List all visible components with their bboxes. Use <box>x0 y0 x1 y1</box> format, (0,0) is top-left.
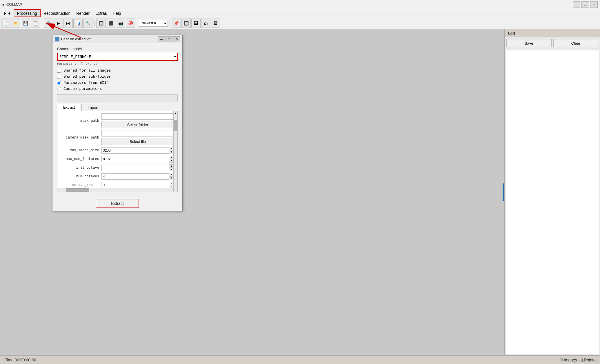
first-octave-spinbox: ▲ ▼ <box>101 164 174 171</box>
log-toolbar: Save Clear <box>505 37 600 49</box>
shared-all-option[interactable]: Shared for all images <box>57 68 178 73</box>
extract-button[interactable]: Extract <box>96 199 139 208</box>
menu-file[interactable]: File <box>1 9 14 17</box>
toolbar-save[interactable]: 💾 <box>21 19 30 28</box>
toolbar-folder2[interactable]: 🗂 <box>201 19 210 28</box>
dialog-title-bar: Feature extraction — □ ✕ <box>52 35 182 43</box>
toolbar-open[interactable]: 📂 <box>11 19 20 28</box>
max-image-size-up[interactable]: ▲ <box>169 147 174 150</box>
toolbar-new[interactable]: 📄 <box>1 19 10 28</box>
toolbar-import[interactable]: 📋 <box>31 19 40 28</box>
max-num-features-row: max_num_features ▲ ▼ <box>59 156 176 163</box>
menu-help[interactable]: Help <box>110 9 124 17</box>
first-octave-controls: ▲ ▼ <box>101 164 174 171</box>
toolbar-align[interactable]: 📌 <box>172 19 181 28</box>
menu-bar: File Processing Reconstruction Render Ex… <box>0 9 600 17</box>
toolbar-next[interactable]: ⏭ <box>63 19 73 28</box>
tab-extract-content: mask_path Select folder camera_mask_path <box>57 111 178 192</box>
status-bar: Time 00:00:00:00 0 Images - 0 Points CSD… <box>0 355 600 364</box>
maximize-button[interactable]: □ <box>581 1 589 8</box>
shared-sub-checkbox[interactable] <box>57 75 61 79</box>
toolbar-tool[interactable]: 🔧 <box>83 19 92 28</box>
dialog-minimize[interactable]: — <box>158 36 165 42</box>
max-num-features-up[interactable]: ▲ <box>169 156 174 159</box>
octave-resolution-down[interactable]: ▼ <box>169 185 174 188</box>
log-save-button[interactable]: Save <box>506 39 552 47</box>
max-num-features-input[interactable] <box>101 156 169 162</box>
custom-params-option[interactable]: Custom parameters <box>57 87 178 91</box>
shared-all-label: Shared for all images <box>63 68 111 73</box>
log-header: Log <box>505 29 600 37</box>
mask-path-controls: Select folder <box>101 113 174 128</box>
dialog-body: Camera model SIMPLE_PINHOLE PINHOLE SIMP… <box>52 43 182 196</box>
close-button[interactable]: ✕ <box>590 1 598 8</box>
minimize-button[interactable]: — <box>573 1 580 8</box>
select-folder-button[interactable]: Select folder <box>101 121 174 128</box>
scroll-up-arrow[interactable]: ▲ <box>174 111 177 115</box>
num-octaves-label: num_octaves <box>61 174 101 179</box>
params-exif-label: Parameters from EXIF <box>63 81 109 85</box>
custom-params-input[interactable] <box>57 94 178 101</box>
first-octave-up[interactable]: ▲ <box>169 165 174 168</box>
toolbar-save2[interactable]: 🖫 <box>211 19 220 28</box>
params-exif-radio[interactable] <box>57 81 61 85</box>
toolbar-chart[interactable]: 📊 <box>73 19 83 28</box>
menu-processing[interactable]: Processing <box>14 9 41 17</box>
left-panel: Feature extraction — □ ✕ Camera model SI… <box>0 29 504 355</box>
toolbar-separator-2 <box>94 20 94 27</box>
toolbar-view1[interactable]: 🔲 <box>96 19 106 28</box>
toolbar-play[interactable]: ▶ <box>54 19 63 28</box>
scroll-thumb[interactable] <box>174 120 177 131</box>
num-octaves-input[interactable] <box>101 173 169 180</box>
octave-resolution-input[interactable] <box>101 182 169 188</box>
num-octaves-up[interactable]: ▲ <box>169 173 174 176</box>
shared-sub-label: Shared per sub-folder <box>63 74 111 79</box>
status-points: 0 Images - 0 Points <box>300 358 595 362</box>
toolbar-settings[interactable]: ⚙️ <box>44 19 53 28</box>
shared-sub-option[interactable]: Shared per sub-folder <box>57 74 178 79</box>
max-num-features-down[interactable]: ▼ <box>169 159 174 162</box>
max-num-features-label: max_num_features <box>61 157 101 161</box>
tab-extract[interactable]: Extract <box>57 104 81 111</box>
toolbar-view2[interactable]: ⬛ <box>106 19 115 28</box>
params-text: Parameters: f, cx, cy <box>57 62 178 65</box>
log-clear-button[interactable]: Clear <box>553 39 599 47</box>
max-image-size-down[interactable]: ▼ <box>169 150 174 154</box>
form-scroll-area[interactable]: mask_path Select folder camera_mask_path <box>57 111 177 188</box>
dialog-icon <box>55 37 59 41</box>
num-octaves-down[interactable]: ▼ <box>169 176 174 180</box>
shared-all-checkbox[interactable] <box>57 69 61 73</box>
octave-resolution-up[interactable]: ▲ <box>169 182 174 185</box>
first-octave-down[interactable]: ▼ <box>169 168 174 171</box>
custom-params-radio[interactable] <box>57 87 61 91</box>
horizontal-scrollbar[interactable] <box>57 188 173 192</box>
toolbar-camera[interactable]: 📷 <box>116 19 125 28</box>
tab-import[interactable]: Import <box>81 104 104 111</box>
camera-model-select[interactable]: SIMPLE_PINHOLE PINHOLE SIMPLE_RADIAL RAD… <box>57 53 178 61</box>
feature-extraction-dialog: Feature extraction — □ ✕ Camera model SI… <box>52 35 183 211</box>
max-image-size-controls: ▲ ▼ <box>101 147 174 154</box>
dialog-maximize[interactable]: □ <box>166 36 172 42</box>
select-file-button[interactable]: Select file <box>101 138 174 145</box>
scroll-h-thumb[interactable] <box>66 188 89 192</box>
custom-params-label: Custom parameters <box>63 87 102 91</box>
dialog-tabs: Extract Import <box>57 104 178 111</box>
mask-path-input[interactable] <box>101 113 174 120</box>
octave-resolution-label: octave_res... <box>61 183 101 187</box>
menu-extras[interactable]: Extras <box>92 9 110 17</box>
toolbar-target[interactable]: 🎯 <box>126 19 135 28</box>
camera-options-group: Shared for all images Shared per sub-fol… <box>57 68 178 91</box>
vertical-scrollbar[interactable]: ▲ <box>173 111 177 192</box>
toolbar-qr[interactable]: 🔲 <box>181 19 191 28</box>
first-octave-label: first_octave <box>61 166 101 170</box>
params-exif-option[interactable]: Parameters from EXIF <box>57 81 178 85</box>
dialog-close[interactable]: ✕ <box>173 36 180 42</box>
max-image-size-input[interactable] <box>101 147 169 154</box>
menu-reconstruction[interactable]: Reconstruction <box>41 9 73 17</box>
camera-mask-path-input[interactable] <box>101 130 174 136</box>
newest-dropdown[interactable]: Newest n <box>139 20 168 27</box>
max-num-features-controls: ▲ ▼ <box>101 156 174 163</box>
menu-render[interactable]: Render <box>73 9 92 17</box>
first-octave-input[interactable] <box>101 165 169 171</box>
toolbar-frame[interactable]: 🖼 <box>191 19 201 28</box>
